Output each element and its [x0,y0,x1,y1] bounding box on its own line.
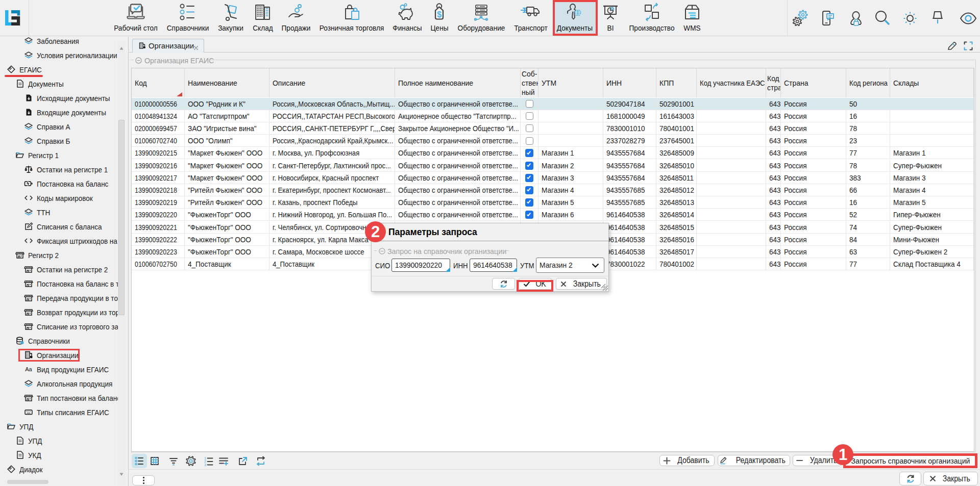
svg-text:Aa: Aa [25,366,32,372]
svg-text:3: 3 [204,463,206,467]
svg-text:$: $ [437,10,442,19]
